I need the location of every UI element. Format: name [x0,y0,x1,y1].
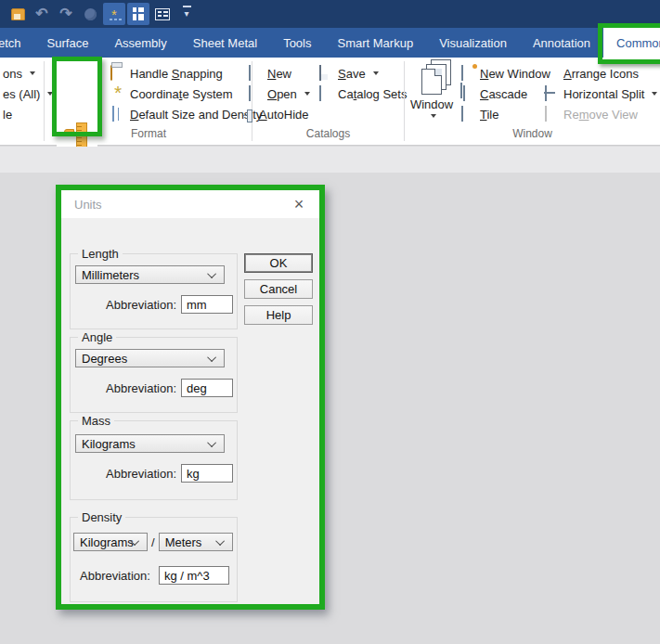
dropdown-caret-icon [30,71,35,75]
tab-annotation[interactable]: Annotation [520,28,603,58]
angle-unit-select[interactable]: Degrees [75,349,225,367]
window-col-1: New Window Cascade Tile [458,63,553,124]
remove-view-button[interactable]: Remove View [541,104,660,124]
handle-snapping-icon [110,65,112,81]
chevron-down-icon [207,438,216,447]
length-unit-select[interactable]: Millimeters [75,265,225,284]
open-catalog-button[interactable]: Open [237,84,313,104]
autohide-button[interactable]: AutoHide [237,104,313,124]
customize-qat-button[interactable]: ▾ [175,3,198,25]
chevron-down-icon [215,536,225,546]
coordinate-system-icon: * [110,86,125,101]
new-catalog-button[interactable]: New [237,63,313,84]
arrange-icons-button[interactable]: Arrange Icons [541,63,660,84]
tab-tools[interactable]: Tools [270,28,324,58]
cascade-icon [463,85,465,101]
dropdown-caret-icon [431,114,436,118]
horizontal-split-button[interactable]: Horizontal Split [541,84,660,104]
window-group-label: Window [405,127,660,140]
save-button[interactable] [6,3,29,25]
length-group-label: Length [78,247,123,261]
units-dialog: Units × Length Millimeters Abbreviation:… [61,190,319,604]
density-group: Density Kilograms / Meters Abbreviation: [70,517,238,602]
chevron-down-icon [207,269,216,278]
panes-button[interactable] [127,3,149,25]
partial-item-1[interactable]: ons [0,63,56,84]
tab-smart-markup[interactable]: Smart Markup [324,28,426,58]
tile-button[interactable]: Tile [458,104,553,124]
autohide-icon [239,109,254,122]
mass-abbrev-input[interactable] [181,464,233,483]
tile-icon [461,106,463,122]
angle-abbrev-input[interactable] [181,379,233,397]
density-abbrev-label: Abbreviation: [80,569,150,583]
new-icon [249,65,251,81]
undo-icon: ↶ [35,6,47,21]
tab-assembly[interactable]: Assembly [101,28,179,58]
angle-group-label: Angle [78,330,116,344]
help-button[interactable]: Help [244,305,313,325]
remove-view-icon [545,106,547,122]
tab-sheet-metal[interactable]: Sheet Metal [180,28,270,58]
ribbon: ons es (All) le Units Handle Snapping * … [0,58,660,146]
window-stack-icon [421,69,442,95]
redo-button[interactable]: ↷ [55,3,77,25]
new-window-button[interactable]: New Window [458,63,553,84]
dropdown-caret-icon [47,92,53,96]
partial-item-3[interactable]: le [0,104,56,124]
save-icon [11,8,25,20]
dropdown-caret-icon [304,92,310,96]
angle-group: Angle Degrees Abbreviation: [70,337,238,413]
window-icon [133,7,144,20]
window-col-2: Arrange Icons Horizontal Split Remove Vi… [541,63,660,124]
prompt-bar [0,147,660,173]
customize-caret-icon: ▾ [184,9,188,19]
annotation-highlight-units-dialog: Units × Length Millimeters Abbreviation:… [56,185,325,610]
undo-button[interactable]: ↶ [31,3,53,25]
partial-item-2[interactable]: es (All) [0,84,56,104]
length-abbrev-label: Abbreviation: [106,298,176,312]
close-icon[interactable]: × [290,196,308,213]
catalogs-col-2: Save Catalog Sets [316,63,409,104]
feature-tree-button[interactable]: * [103,3,125,25]
format-group-label: Format [45,127,252,140]
mass-abbrev-label: Abbreviation: [106,467,176,481]
dropdown-caret-icon [373,71,379,75]
new-window-icon [461,65,463,81]
tab-surface[interactable]: Surface [34,28,102,58]
cascade-button[interactable]: Cascade [458,84,553,104]
density-group-label: Density [78,510,125,524]
window-titlebar: ↶ ↷ * ▾ [0,0,660,28]
dialog-title: Units [74,198,290,212]
dialog-titlebar[interactable]: Units × [61,190,319,218]
ribbon-tab-bar: etch Surface Assembly Sheet Metal Tools … [0,28,660,58]
catalog-sets-icon [319,85,321,101]
tab-visualization[interactable]: Visualization [426,28,520,58]
horizontal-split-icon [545,85,547,101]
globe-button[interactable] [79,3,101,25]
save-icon [319,65,321,81]
tab-sketch[interactable]: etch [0,28,34,58]
redo-icon: ↷ [59,6,71,21]
ok-button[interactable]: OK [244,253,313,273]
window-big-button[interactable]: Window [409,67,454,118]
density-volume-unit-select[interactable]: Meters [159,533,233,551]
cancel-button[interactable]: Cancel [244,279,313,299]
density-abbrev-input[interactable] [159,566,229,585]
open-icon [249,85,251,101]
chevron-down-icon [207,353,216,362]
mass-unit-select[interactable]: Kilograms [75,434,225,453]
save-catalog-button[interactable]: Save [316,63,409,84]
angle-abbrev-label: Abbreviation: [106,381,176,395]
default-size-icon [112,106,114,122]
density-mass-unit-select[interactable]: Kilograms [73,533,148,551]
mass-group-label: Mass [78,414,114,428]
length-abbrev-input[interactable] [181,295,233,314]
globe-icon [84,8,97,20]
mass-group: Mass Kilograms Abbreviation: [70,420,238,500]
catalog-sets-button[interactable]: Catalog Sets [316,84,409,104]
length-group: Length Millimeters Abbreviation: [70,253,238,329]
list-view-button[interactable] [151,3,174,25]
tab-common[interactable]: Common [603,28,660,58]
left-partial-group: ons es (All) le [0,63,56,124]
